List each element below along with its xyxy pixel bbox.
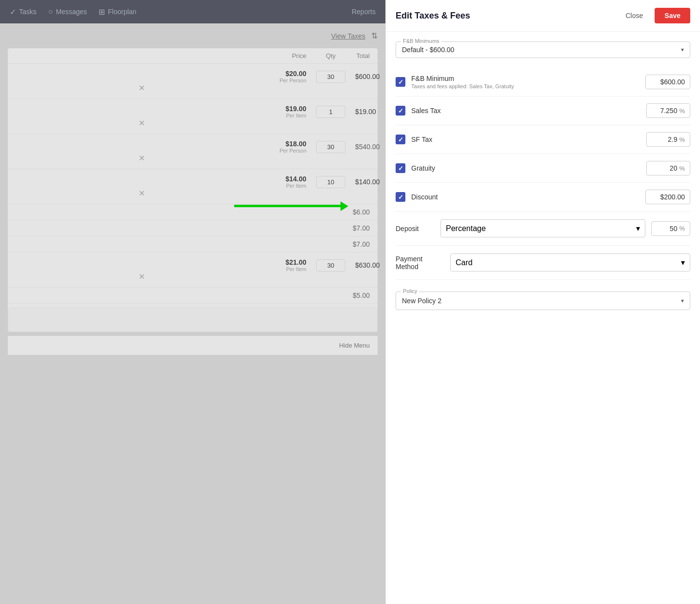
edit-taxes-panel: Edit Taxes & Fees Close Save F&B Minimum… [385, 0, 700, 604]
fee-label-fnb-minimum: F&B Minimum Taxes and fees applied: Sale… [411, 75, 640, 89]
save-button[interactable]: Save [655, 8, 690, 23]
checkmark-icon: ✓ [398, 136, 403, 143]
fee-value-input-fnb-minimum[interactable] [651, 78, 685, 86]
checkmark-icon: ✓ [398, 107, 403, 115]
deposit-type-chevron-icon: ▾ [636, 224, 640, 233]
deposit-label: Deposit [396, 225, 435, 233]
table-row: $19.00 Per Item $19.00 ✕ [8, 99, 378, 134]
table-row: $18.00 Per Person $540.00 ✕ [8, 134, 378, 169]
policy-label: Policy [401, 288, 419, 294]
deposit-unit: % [679, 225, 685, 232]
fee-row-gratuity: ✓ Gratuity % [396, 154, 690, 183]
policy-select-container[interactable]: Policy New Policy 2 ▾ [396, 292, 690, 310]
nav-item-floorplan[interactable]: ⊞ Floorplan [99, 7, 136, 17]
table-row: $20.00 Per Person $600.00 ✕ [8, 64, 378, 99]
simple-price-2: $7.00 [353, 224, 370, 232]
qty-input-large[interactable] [316, 259, 345, 272]
deposit-type-value: Percentage [446, 224, 486, 233]
policy-value: New Policy 2 [402, 297, 441, 305]
fee-label-sf-tax: SF Tax [411, 136, 640, 143]
close-button[interactable]: Close [620, 9, 649, 22]
nav-item-reports[interactable]: Reports [352, 8, 376, 16]
remove-btn-2[interactable]: ✕ [139, 118, 145, 128]
fee-row-sales-tax: ✓ Sales Tax % [396, 97, 690, 125]
fee-value-input-sf-tax[interactable] [658, 136, 677, 143]
col-header-name [16, 52, 267, 59]
fee-row-discount: ✓ Discount [396, 183, 690, 212]
fnb-minimums-field: F&B Minimums Default - $600.00 ▾ [396, 41, 690, 58]
item-price-3: $18.00 Per Person [267, 140, 306, 154]
remove-btn-4[interactable]: ✕ [139, 189, 145, 198]
fee-name-sf-tax: SF Tax [411, 136, 640, 143]
fee-value-input-gratuity[interactable] [658, 164, 677, 172]
fee-value-input-sales-tax[interactable] [653, 107, 677, 115]
item-price-1: $20.00 Per Person [267, 70, 306, 83]
qty-input-2[interactable] [316, 106, 345, 118]
fee-checkbox-gratuity[interactable]: ✓ [396, 163, 405, 173]
fee-label-gratuity: Gratuity [411, 164, 640, 172]
nav-label-floorplan: Floorplan [108, 8, 136, 16]
qty-input-4[interactable] [316, 176, 345, 188]
policy-select-row: New Policy 2 ▾ [402, 297, 684, 305]
simple-price-1: $6.00 [353, 208, 370, 216]
nav-item-messages[interactable]: ○ Messages [48, 7, 87, 16]
simple-price-row-2: $7.00 [8, 220, 378, 236]
fee-label-discount: Discount [411, 193, 640, 201]
qty-input-1[interactable] [316, 71, 345, 83]
arrow-line [234, 205, 341, 207]
fnb-minimums-select-container[interactable]: F&B Minimums Default - $600.00 ▾ [396, 41, 690, 58]
fee-value-input-discount[interactable] [651, 193, 685, 201]
payment-method-select[interactable]: Card ▾ [450, 253, 690, 272]
remove-btn-1[interactable]: ✕ [139, 83, 145, 93]
remove-btn-large[interactable]: ✕ [139, 272, 145, 281]
deposit-type-select[interactable]: Percentage ▾ [440, 219, 645, 237]
checkmark-icon: ✓ [398, 165, 403, 172]
text-area-row [8, 308, 378, 332]
nav-item-tasks[interactable]: ✓ Tasks [10, 7, 37, 17]
extra-price-row: $5.00 [8, 288, 378, 304]
fee-checkbox-fnb-minimum[interactable]: ✓ [396, 77, 405, 87]
fee-name-gratuity: Gratuity [411, 164, 640, 172]
panel-header: Edit Taxes & Fees Close Save [386, 0, 700, 32]
col-header-price: Price [267, 52, 306, 59]
qty-input-3[interactable] [316, 141, 345, 153]
payment-method-row: Payment Method Card ▾ [396, 246, 690, 280]
item-total-1: $600.00 [355, 73, 370, 80]
view-taxes-link[interactable]: View Taxes [331, 32, 365, 40]
policy-chevron-icon: ▾ [681, 297, 684, 304]
fee-row-sf-tax: ✓ SF Tax % [396, 125, 690, 154]
table-header: Price Qty Total [8, 48, 378, 64]
checkmark-icon: ✓ [398, 194, 403, 201]
payment-method-label: Payment Method [396, 255, 444, 271]
fee-unit-sales-tax: % [679, 107, 685, 115]
table-row: $21.00 Per Item $630.00 ✕ [8, 253, 378, 288]
fee-name-sales-tax: Sales Tax [411, 107, 640, 115]
fnb-minimums-select-row: Default - $600.00 ▾ [402, 46, 684, 54]
fee-checkbox-sales-tax[interactable]: ✓ [396, 106, 405, 116]
fee-value-field-fnb-minimum [645, 75, 690, 89]
item-total-2: $19.00 [355, 108, 370, 116]
fee-label-sales-tax: Sales Tax [411, 107, 640, 115]
hide-menu-label: Hide Menu [339, 342, 370, 349]
fnb-minimums-label: F&B Minimums [401, 38, 441, 44]
deposit-value-input[interactable] [660, 225, 677, 233]
fnb-minimums-value: Default - $600.00 [402, 46, 454, 54]
fee-value-field-gratuity: % [646, 161, 690, 175]
panel-body: F&B Minimums Default - $600.00 ▾ ✓ F&B M… [386, 32, 700, 604]
messages-icon: ○ [48, 7, 53, 16]
fee-checkbox-sf-tax[interactable]: ✓ [396, 135, 405, 144]
panel-title: Edit Taxes & Fees [396, 11, 470, 21]
large-item-total: $630.00 [355, 261, 370, 269]
remove-btn-3[interactable]: ✕ [139, 154, 145, 163]
extra-price: $5.00 [353, 292, 370, 299]
green-arrow-annotation [234, 205, 341, 207]
hide-menu-bar[interactable]: Hide Menu [8, 336, 378, 355]
sort-icon[interactable]: ⇅ [371, 31, 378, 40]
tasks-icon: ✓ [10, 7, 16, 17]
fee-name-discount: Discount [411, 193, 640, 201]
nav-label-messages: Messages [56, 8, 87, 16]
fee-row-fnb-minimum: ✓ F&B Minimum Taxes and fees applied: Sa… [396, 68, 690, 97]
fee-checkbox-discount[interactable]: ✓ [396, 192, 405, 202]
simple-price-row-3: $7.00 [8, 236, 378, 253]
nav-label-reports: Reports [352, 8, 376, 16]
